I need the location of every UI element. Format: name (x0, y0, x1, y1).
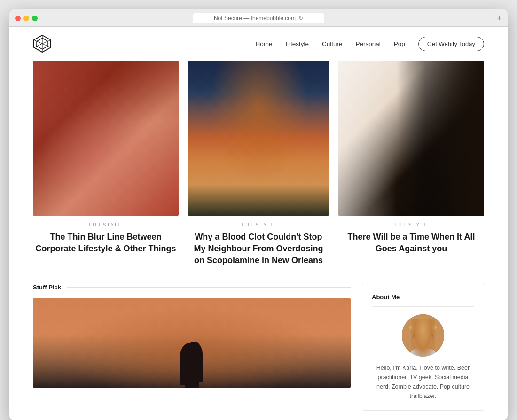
stuff-pick-title: Stuff Pick (33, 284, 61, 291)
about-title: About Me (372, 294, 400, 301)
featured-card-2[interactable]: LIFESTYLE Why a Blood Clot Couldn't Stop… (183, 61, 334, 270)
stuff-pick-image[interactable] (33, 298, 351, 388)
featured-img-1 (33, 61, 179, 216)
bottom-section: Stuff Pick About Me (9, 270, 508, 420)
nav-links: Home Lifestyle Culture Personal Pop Get … (255, 37, 484, 51)
page-content: Home Lifestyle Culture Personal Pop Get … (9, 27, 508, 420)
featured-card-1[interactable]: LIFESTYLE The Thin Blur Line Between Cor… (33, 61, 183, 270)
featured-title-2: Why a Blood Clot Couldn't Stop My Neighb… (188, 231, 329, 267)
about-avatar (402, 314, 444, 357)
featured-img-3 (338, 61, 484, 216)
featured-category-1: LIFESTYLE (33, 222, 179, 227)
about-sidebar: About Me (362, 284, 484, 411)
featured-img-2 (188, 61, 329, 216)
featured-category-3: LIFESTYLE (338, 222, 484, 227)
about-header: About Me (372, 294, 474, 307)
featured-category-2: LIFESTYLE (188, 222, 329, 227)
featured-meta-3: LIFESTYLE There Will be a Time When It A… (338, 216, 484, 257)
address-text: Not Secure — themebubble.com (214, 15, 296, 22)
nav-lifestyle[interactable]: Lifestyle (285, 40, 309, 47)
section-divider (67, 287, 351, 288)
browser-chrome: Not Secure — themebubble.com ↻ + (9, 9, 508, 27)
featured-title-1: The Thin Blur Line Between Corporate Lif… (33, 231, 179, 255)
nav-pop[interactable]: Pop (394, 40, 405, 47)
featured-meta-2: LIFESTYLE Why a Blood Clot Couldn't Stop… (188, 216, 329, 270)
maximize-button[interactable] (32, 16, 38, 21)
svg-point-6 (409, 324, 437, 331)
new-tab-button[interactable]: + (497, 14, 502, 23)
nav-personal[interactable]: Personal (356, 40, 381, 47)
about-bio: Hello, I'm Karla. I love to write. Beer … (372, 363, 474, 401)
featured-grid: LIFESTYLE The Thin Blur Line Between Cor… (9, 61, 508, 270)
minimize-button[interactable] (24, 16, 29, 21)
site-logo[interactable] (33, 34, 52, 53)
section-header: Stuff Pick (33, 284, 351, 291)
svg-point-9 (410, 348, 436, 357)
traffic-lights (15, 16, 38, 21)
featured-meta-1: LIFESTYLE The Thin Blur Line Between Cor… (33, 216, 179, 257)
nav-culture[interactable]: Culture (322, 40, 343, 47)
close-button[interactable] (15, 16, 21, 21)
get-webify-button[interactable]: Get Webify Today (418, 37, 484, 51)
featured-title-3: There Will be a Time When It All Goes Ag… (338, 231, 484, 255)
svg-point-7 (413, 318, 433, 329)
svg-point-8 (414, 327, 432, 350)
stuff-pick-section: Stuff Pick (33, 284, 351, 388)
featured-card-3[interactable]: LIFESTYLE There Will be a Time When It A… (334, 61, 484, 270)
nav-home[interactable]: Home (255, 40, 272, 47)
svg-point-5 (402, 314, 444, 357)
browser-window: Not Secure — themebubble.com ↻ + Home Li… (9, 9, 508, 420)
site-nav: Home Lifestyle Culture Personal Pop Get … (9, 27, 508, 61)
reload-icon[interactable]: ↻ (298, 15, 303, 22)
